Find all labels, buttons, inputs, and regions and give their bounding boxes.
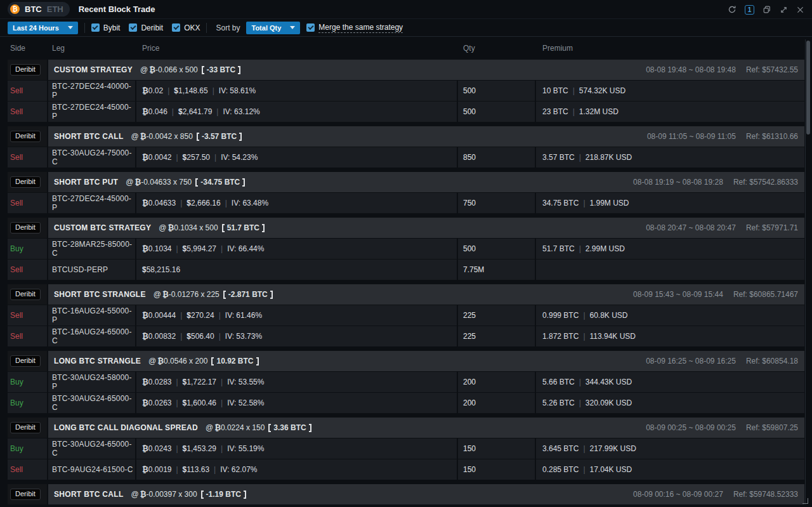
qty-cell: 200 — [458, 372, 535, 392]
value-segment: ₿0.00444 — [142, 311, 176, 320]
exchange-checkbox-okx[interactable]: OKX — [172, 23, 200, 32]
usd-symbol: $ — [183, 153, 187, 162]
exchange-badge: Deribit — [10, 176, 41, 188]
separator: | — [583, 199, 585, 207]
strategy-header-row[interactable]: DeribitLONG BTC CALL DIAGONAL SPREAD@ ₿0… — [8, 418, 804, 438]
separator: | — [167, 86, 169, 95]
strategy-header-row[interactable]: DeribitCUSTOM BTC STRATEGY@ ₿0.1034 x 50… — [8, 218, 804, 238]
leg-row[interactable]: SellBTC-16AUG24-55000-P₿0.00444|$270.24|… — [8, 305, 804, 326]
side-cell: Buy — [8, 239, 47, 259]
value-segment: 217.99K USD — [590, 444, 636, 453]
time-range-value: Last 24 Hours — [13, 24, 59, 32]
exchange-badge-cell: Deribit — [8, 218, 47, 238]
at-symbol: @ — [159, 223, 166, 232]
instrument-cell: BTC-30AUG24-65000-C — [48, 438, 135, 459]
expand-icon[interactable] — [780, 6, 788, 14]
exchange-filter-list: BybitDeribitOKX — [91, 23, 200, 32]
side-cell: Buy — [8, 393, 47, 413]
column-header-side: Side — [8, 44, 47, 53]
strategy-summary-cell: SHORT BTC PUT@ ₿-0.04633 x 750-34.75 BTC… — [48, 172, 804, 192]
side-cell: Sell — [8, 81, 47, 101]
exchange-checkbox-bybit[interactable]: Bybit — [91, 23, 121, 32]
time-range-dropdown[interactable]: Last 24 Hours — [8, 22, 78, 34]
duplicate-window-icon[interactable] — [763, 5, 771, 14]
value-segment: $1,148.65 — [174, 86, 207, 95]
merge-strategy-checkbox-item[interactable]: Merge the same strategy — [306, 23, 403, 33]
side-cell: Buy — [8, 372, 47, 392]
value-segment: 218.87K USD — [586, 153, 632, 162]
window-count-badge[interactable]: 1 — [745, 5, 754, 15]
leg-row[interactable]: BuyBTC-30AUG24-65000-C₿0.0263|$1,600.46|… — [8, 393, 804, 413]
terms-total-btc: -33 BTC — [206, 65, 237, 74]
leg-row[interactable]: BuyBTC-30AUG24-65000-C₿0.0243|$1,453.29|… — [8, 438, 804, 459]
strategy-header-row[interactable]: DeribitSHORT BTC PUT@ ₿-0.04633 x 750-34… — [8, 172, 804, 192]
terms-price: ₿0.1034 x 500 — [167, 223, 218, 232]
trade-group: DeribitSHORT BTC CALL@ ₿-0.0042 x 850-3.… — [8, 126, 804, 168]
sort-by-dropdown[interactable]: Total Qty — [246, 22, 300, 34]
tab-btc[interactable]: BTC — [25, 4, 42, 14]
leg-row[interactable]: BuyBTC-30AUG24-58000-P₿0.0283|$1,722.17|… — [8, 372, 804, 392]
leg-row[interactable]: SellBTC-9AUG24-61500-C₿0.0019|$113.63|IV… — [8, 459, 804, 480]
trade-group: DeribitSHORT BTC PUT@ ₿-0.04633 x 750-34… — [8, 172, 804, 213]
strategy-header-row[interactable]: DeribitSHORT BTC CALL@ ₿-0.00397 x 300-1… — [8, 484, 804, 504]
separator: | — [221, 398, 223, 407]
leg-row[interactable]: SellBTC-27DEC24-40000-P₿0.02|$1,148.65|I… — [8, 81, 804, 101]
divider — [206, 23, 207, 33]
leg-row[interactable]: SellBTC-16AUG24-65000-C₿0.00832|$506.40|… — [8, 326, 804, 346]
scrollbar-thumb[interactable] — [806, 41, 810, 135]
btc-symbol: ₿ — [140, 132, 147, 141]
strategy-meta: 08-08 19:48 ~ 08-08 19:48Ref: $57432.55 — [646, 65, 798, 74]
instrument-cell: BTC-16AUG24-55000-P — [48, 305, 135, 326]
leg-row[interactable]: SellBTCUSD-PERP$58,215.167.75M — [8, 260, 804, 280]
value-segment: 320.09K USD — [586, 398, 632, 407]
separator: | — [225, 199, 227, 207]
value-segment: 574.32K USD — [579, 86, 625, 95]
value-segment: IV: 53.55% — [227, 378, 264, 386]
premium-cell: 0.285 BTC|17.04K USD — [536, 459, 804, 480]
leg-row[interactable]: SellBTC-27DEC24-45000-P₿0.046|$2,641.79|… — [8, 102, 804, 122]
separator: | — [579, 378, 581, 386]
separator: | — [214, 153, 216, 162]
strategy-header-row[interactable]: DeribitSHORT BTC STRANGLE@ ₿-0.01276 x 2… — [8, 284, 804, 305]
qty-cell: 225 — [458, 326, 535, 346]
instrument-cell: BTC-28MAR25-85000-C — [48, 239, 135, 259]
terms-price: ₿-0.0042 x 850 — [140, 132, 193, 141]
instrument-cell: BTC-27DEC24-40000-P — [48, 81, 135, 101]
exchange-label: OKX — [184, 23, 200, 32]
qty-cell: 7.75M — [458, 260, 535, 280]
exchange-badge-cell: Deribit — [8, 418, 47, 438]
trade-time-range: 08-08 20:47 ~ 08-08 20:47 — [646, 223, 736, 232]
price-cell: $58,215.16 — [136, 260, 457, 280]
exchange-checkbox-deribit[interactable]: Deribit — [129, 23, 163, 32]
leg-row[interactable]: SellBTC-30AUG24-75000-C₿0.0042|$257.50|I… — [8, 147, 804, 168]
exchange-badge: Deribit — [10, 289, 41, 300]
refresh-icon[interactable] — [728, 5, 737, 14]
value-segment: ₿0.0019 — [142, 465, 171, 474]
separator: | — [176, 444, 178, 453]
value-segment: $2,666.16 — [187, 199, 220, 207]
separator: | — [579, 398, 581, 407]
trade-group: DeribitLONG BTC STRANGLE@ ₿0.0546 x 2001… — [8, 351, 804, 413]
price-cell: ₿0.046|$2,641.79|IV: 63.12% — [136, 102, 457, 122]
titlebar: ₿ BTC ETH Recent Block Trade 1 — [0, 0, 812, 19]
terms-price: ₿-0.00397 x 300 — [140, 490, 197, 499]
value-segment: IV: 58.61% — [219, 86, 256, 95]
btc-symbol: ₿ — [142, 332, 148, 341]
separator: | — [221, 244, 223, 253]
price-cell: ₿0.02|$1,148.65|IV: 58.61% — [136, 81, 457, 101]
leg-row[interactable]: BuyBTC-28MAR25-85000-C₿0.1034|$5,994.27|… — [8, 239, 804, 259]
strategy-header-row[interactable]: DeribitLONG BTC STRANGLE@ ₿0.0546 x 2001… — [8, 351, 804, 371]
value-segment: 23 BTC — [542, 107, 568, 116]
separator: | — [180, 311, 182, 320]
leg-row[interactable]: SellBTC-27DEC24-45000-P₿0.04633|$2,666.1… — [8, 193, 804, 213]
premium-cell: 3.645 BTC|217.99K USD — [536, 438, 804, 459]
resize-handle[interactable] — [802, 498, 808, 504]
close-icon[interactable] — [796, 6, 804, 14]
strategy-header-row[interactable]: DeribitSHORT BTC CALL@ ₿-0.0042 x 850-3.… — [8, 126, 804, 147]
strategy-terms: @ ₿-0.066 x 500-33 BTC — [140, 65, 240, 74]
strategy-name: SHORT BTC CALL — [54, 132, 124, 141]
tab-eth[interactable]: ETH — [47, 4, 63, 14]
exchange-badge-cell: Deribit — [8, 484, 47, 504]
strategy-header-row[interactable]: DeribitCUSTOM STRATEGY@ ₿-0.066 x 500-33… — [8, 60, 804, 80]
usd-symbol: $ — [187, 311, 191, 320]
